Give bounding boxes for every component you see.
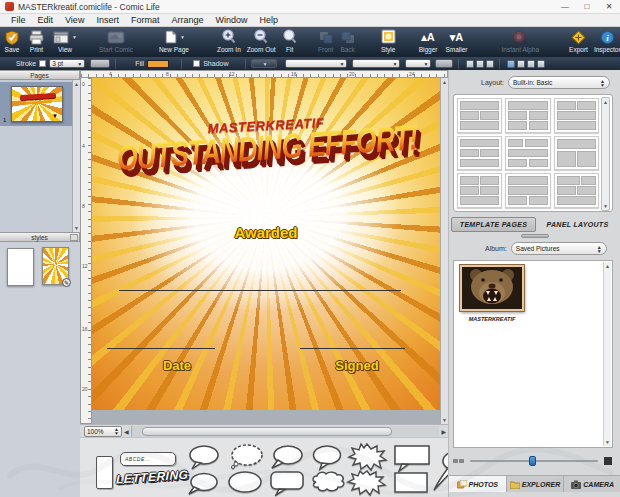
smaller-button[interactable]: ▾A Smaller xyxy=(445,27,467,57)
layout-thumbnail[interactable] xyxy=(505,136,550,171)
scroll-up-icon[interactable]: ▲ xyxy=(604,262,611,270)
save-button[interactable]: Save xyxy=(4,27,20,57)
tab-panel-layouts[interactable]: PANEL LAYOUTS xyxy=(536,217,619,232)
stroke-color-well[interactable] xyxy=(90,59,110,68)
layout-thumbnail[interactable] xyxy=(505,173,550,208)
bigger-button[interactable]: ▴A Bigger xyxy=(419,27,438,57)
scroll-up-icon[interactable]: ▲ xyxy=(73,80,80,88)
layout-scrollbar[interactable]: ▲ ▼ xyxy=(601,97,610,211)
tab-photos[interactable]: PHOTOS xyxy=(449,476,507,492)
pages-scrollbar[interactable]: ▲ ▼ xyxy=(72,80,80,232)
scroll-right-icon[interactable]: ▶ xyxy=(439,428,448,435)
panel-tool[interactable] xyxy=(96,456,113,489)
italic-button[interactable] xyxy=(476,60,484,68)
roundrect-balloon[interactable] xyxy=(268,470,306,497)
layout-thumbnail[interactable] xyxy=(505,98,550,133)
album-dropdown[interactable]: Saved Pictures ▲▼ xyxy=(511,242,607,255)
page-flag-icon[interactable]: ▼ xyxy=(52,113,58,119)
panel-splitter-handle[interactable] xyxy=(521,234,549,238)
layout-dropdown[interactable]: Built-in: Basic ▲▼ xyxy=(508,76,610,89)
wide-oval-balloon[interactable] xyxy=(224,470,266,497)
scroll-up-icon[interactable]: ▲ xyxy=(441,78,448,86)
menu-insert[interactable]: Insert xyxy=(90,15,125,25)
font-family-dropdown[interactable]: ▼ xyxy=(285,59,347,68)
layout-thumbnail[interactable] xyxy=(554,98,599,133)
scroll-down-icon[interactable]: ▼ xyxy=(441,416,448,424)
slider-track[interactable] xyxy=(470,460,598,462)
style-thumbnail-burst[interactable]: ✎ xyxy=(42,247,69,285)
print-button[interactable]: Print xyxy=(28,27,45,57)
lettering-tool[interactable]: LETTERING xyxy=(116,467,189,486)
canvas-horizontal-scrollbar[interactable] xyxy=(131,426,440,437)
zoom-in-button[interactable]: Zoom In xyxy=(217,27,241,57)
menu-format[interactable]: Format xyxy=(125,15,166,25)
close-icon[interactable]: ✕ xyxy=(598,0,620,14)
stroke-width-dropdown[interactable]: 3 pt▼ xyxy=(49,59,85,68)
burst-balloon-2[interactable] xyxy=(346,469,388,497)
tab-camera[interactable]: CAMERA xyxy=(564,476,620,492)
signed-line[interactable] xyxy=(300,348,405,349)
export-button[interactable]: Export xyxy=(569,27,588,57)
thumbnail-size-slider[interactable] xyxy=(453,454,613,468)
layout-thumbnail[interactable] xyxy=(457,98,502,133)
style-thumbnail-blank[interactable] xyxy=(7,248,34,286)
text-color-well[interactable] xyxy=(435,59,453,68)
layout-thumbnail[interactable] xyxy=(554,136,599,171)
scroll-down-icon[interactable]: ▼ xyxy=(602,202,609,210)
rect-balloon-plain[interactable] xyxy=(392,471,430,497)
scroll-left-icon[interactable]: ◀ xyxy=(122,428,131,435)
font-style-dropdown[interactable]: ▼ xyxy=(352,59,400,68)
tab-template-pages[interactable]: TEMPLATE PAGES xyxy=(451,217,536,232)
bear-photo-thumbnail[interactable] xyxy=(460,265,524,311)
stroke-checkbox[interactable] xyxy=(39,60,46,67)
minimize-icon[interactable]: — xyxy=(554,0,576,14)
maximize-icon[interactable]: □ xyxy=(576,0,598,14)
align-justify-button[interactable] xyxy=(537,60,545,68)
layout-thumbnail[interactable] xyxy=(457,136,502,171)
scroll-down-icon[interactable]: ▼ xyxy=(604,438,611,446)
styles-menu-button[interactable] xyxy=(70,234,78,241)
album-scrollbar[interactable]: ▲ ▼ xyxy=(603,262,611,446)
scroll-up-icon[interactable]: ▲ xyxy=(602,98,609,106)
zoom-level-stepper[interactable]: 100% ▲▼ xyxy=(84,426,122,437)
menu-window[interactable]: Window xyxy=(209,15,253,25)
layout-thumbnail[interactable] xyxy=(554,173,599,208)
menu-file[interactable]: File xyxy=(5,15,32,25)
speech-oval-low-balloon[interactable] xyxy=(184,470,222,497)
date-line[interactable] xyxy=(107,348,215,349)
menu-help[interactable]: Help xyxy=(253,15,284,25)
align-left-button[interactable] xyxy=(507,60,515,68)
edit-pencil-icon[interactable]: ✎ xyxy=(62,278,71,287)
date-label[interactable]: Date xyxy=(122,358,232,373)
menu-edit[interactable]: Edit xyxy=(32,15,60,25)
view-button[interactable]: ▼ View xyxy=(53,27,77,57)
shadow-checkbox[interactable] xyxy=(193,60,200,67)
align-center-button[interactable] xyxy=(517,60,525,68)
certificate-page[interactable]: MASTERKREATIF OUTSTANDING EFFORT! OUTSTA… xyxy=(92,78,440,410)
fill-color-well[interactable] xyxy=(147,60,169,68)
signed-label[interactable]: Signed xyxy=(302,358,412,373)
new-page-button[interactable]: ▼ New Page xyxy=(159,27,189,57)
page-row-selected[interactable]: ▼ 1 xyxy=(0,82,72,126)
awarded-label[interactable]: Awarded xyxy=(92,224,440,241)
align-right-button[interactable] xyxy=(527,60,535,68)
tab-explorer[interactable]: EXPLORER xyxy=(507,476,565,492)
layout-thumbnail[interactable] xyxy=(457,173,502,208)
fit-button[interactable]: Fit xyxy=(282,27,298,57)
canvas-vertical-scrollbar[interactable]: ▲ ▼ xyxy=(440,78,448,424)
underline-button[interactable] xyxy=(486,60,494,68)
bold-button[interactable] xyxy=(466,60,474,68)
menu-view[interactable]: View xyxy=(59,15,90,25)
font-size-dropdown[interactable]: ▼ xyxy=(405,59,431,68)
zoom-out-button[interactable]: Zoom Out xyxy=(247,27,276,57)
scroll-down-icon[interactable]: ▼ xyxy=(73,224,80,232)
name-line[interactable] xyxy=(119,290,401,291)
scrollbar-thumb[interactable] xyxy=(142,427,392,436)
menu-arrange[interactable]: Arrange xyxy=(165,15,209,25)
inspector-button[interactable]: i Inspector xyxy=(594,27,620,57)
style-button[interactable]: Style xyxy=(380,27,397,57)
cloud-balloon[interactable] xyxy=(308,470,348,497)
page-thumbnail[interactable]: ▼ xyxy=(11,86,63,122)
slider-thumb[interactable] xyxy=(529,456,536,466)
caption-box-tool[interactable]: ABCDE... xyxy=(120,452,176,466)
